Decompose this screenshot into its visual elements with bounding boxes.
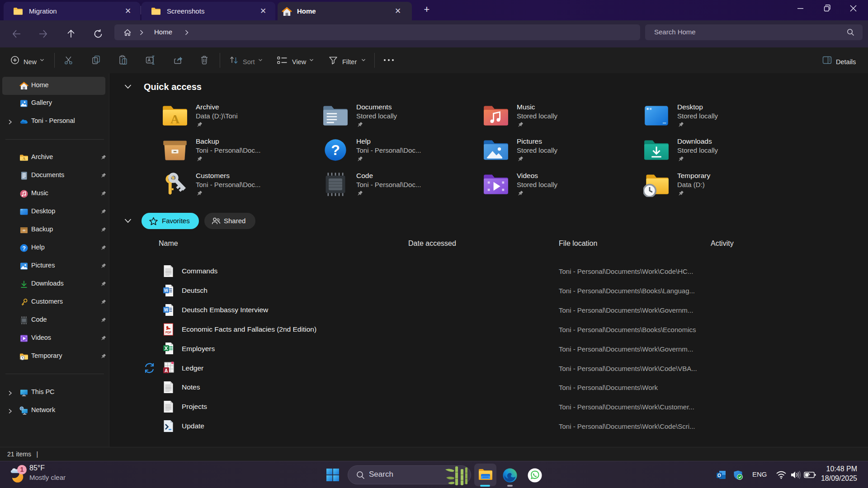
- svg-text:PDF: PDF: [165, 331, 171, 334]
- svg-text:?: ?: [22, 245, 26, 252]
- svg-text:A: A: [23, 156, 26, 161]
- svg-text:A: A: [170, 112, 179, 126]
- svg-text:A: A: [165, 368, 168, 373]
- svg-text:O: O: [717, 473, 721, 478]
- svg-text:?: ?: [331, 142, 340, 158]
